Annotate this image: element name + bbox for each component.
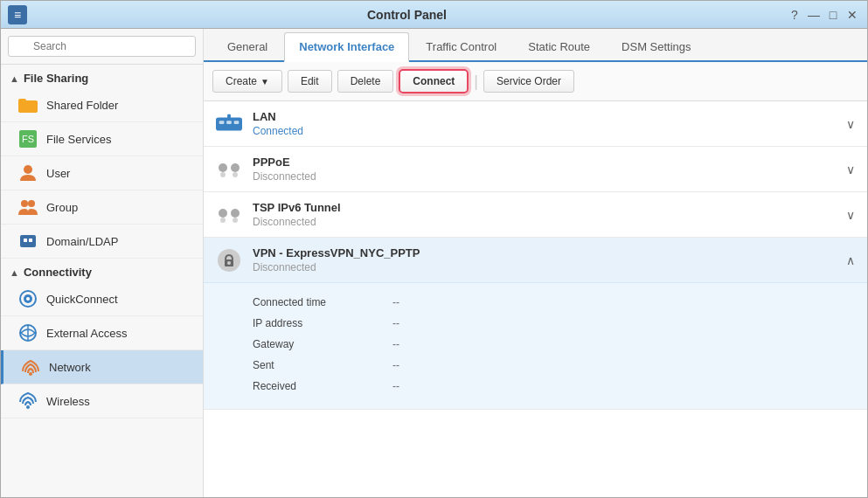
tab-traffic-control[interactable]: Traffic Control (411, 32, 511, 60)
network-item-vpn-header[interactable]: VPN - ExpressVPN_NYC_PPTP Disconnected ∧ (204, 238, 867, 282)
quickconnect-icon (18, 289, 38, 308)
sidebar-item-label: QuickConnect (46, 293, 118, 306)
svg-point-27 (231, 209, 240, 218)
tab-network-interface[interactable]: Network Interface (284, 32, 409, 62)
edit-button[interactable]: Edit (288, 70, 332, 93)
network-list: LAN Connected ∨ (204, 101, 867, 497)
svg-point-24 (220, 172, 226, 177)
detail-label: IP address (253, 317, 392, 329)
network-item-lan: LAN Connected ∨ (204, 101, 867, 147)
sidebar-item-label: Network (49, 361, 91, 374)
tab-dsm-settings[interactable]: DSM Settings (607, 32, 705, 60)
svg-point-25 (233, 172, 238, 177)
detail-row-ip-address: IP address -- (253, 313, 850, 334)
section-label: File Sharing (24, 72, 88, 85)
external-access-icon (18, 323, 38, 342)
section-arrow-icon: ▲ (10, 73, 19, 84)
search-box: 🔍 (1, 29, 203, 65)
chevron-up-icon: ∧ (846, 253, 855, 267)
detail-row-gateway: Gateway -- (253, 334, 850, 355)
svg-point-28 (220, 218, 226, 223)
sidebar-section-file-sharing[interactable]: ▲ File Sharing (1, 65, 203, 88)
sidebar-item-domain[interactable]: Domain/LDAP (1, 225, 203, 259)
vpn-details: Connected time -- IP address -- Gateway … (204, 282, 867, 409)
svg-point-12 (26, 297, 30, 301)
folder-icon (18, 95, 38, 114)
tab-static-route[interactable]: Static Route (513, 32, 605, 60)
network-info-vpn: VPN - ExpressVPN_NYC_PPTP Disconnected (253, 246, 846, 273)
help-button[interactable]: ? (787, 7, 802, 23)
svg-point-26 (219, 209, 227, 218)
sidebar-item-file-services[interactable]: FS File Services (1, 122, 203, 156)
sidebar-item-shared-folder[interactable]: Shared Folder (1, 88, 203, 122)
chevron-down-icon: ∨ (846, 163, 855, 176)
window-title: Control Panel (27, 8, 787, 22)
svg-rect-7 (20, 235, 36, 247)
chevron-down-icon: ∨ (846, 208, 855, 222)
detail-value: -- (392, 359, 399, 371)
toolbar-separator: | (474, 73, 478, 91)
vpn-icon (216, 247, 242, 273)
connect-button[interactable]: Connect (399, 69, 469, 93)
sidebar-item-label: File Services (46, 133, 111, 146)
network-info-tsp: TSP IPv6 Tunnel Disconnected (253, 201, 846, 228)
svg-point-15 (29, 372, 32, 376)
svg-text:FS: FS (22, 134, 34, 144)
user-icon (18, 163, 38, 183)
tabs-bar: General Network Interface Traffic Contro… (204, 29, 867, 62)
content-area: General Network Interface Traffic Contro… (204, 29, 867, 497)
network-item-tsp: TSP IPv6 Tunnel Disconnected ∨ (204, 192, 867, 238)
network-status: Disconnected (253, 216, 846, 228)
network-status: Connected (253, 125, 846, 137)
detail-value: -- (392, 296, 399, 308)
sidebar-item-label: Shared Folder (46, 99, 118, 112)
sidebar-item-quickconnect[interactable]: QuickConnect (1, 282, 203, 316)
detail-label: Received (253, 380, 392, 392)
network-item-pppoe: PPPoE Disconnected ∨ (204, 147, 867, 192)
minimize-button[interactable]: — (806, 7, 822, 23)
toolbar: Create ▼ Edit Delete Connect | Service O… (204, 62, 867, 101)
network-name: TSP IPv6 Tunnel (253, 201, 846, 214)
delete-button[interactable]: Delete (337, 70, 394, 93)
network-item-pppoe-header[interactable]: PPPoE Disconnected ∨ (204, 147, 867, 191)
network-item-lan-header[interactable]: LAN Connected ∨ (204, 101, 867, 146)
wireless-icon (18, 391, 38, 411)
sidebar-item-group[interactable]: Group (1, 190, 203, 225)
sidebar-item-wireless[interactable]: Wireless (1, 384, 203, 418)
network-item-vpn: VPN - ExpressVPN_NYC_PPTP Disconnected ∧… (204, 238, 867, 410)
sidebar-item-label: External Access (46, 327, 128, 340)
svg-point-5 (21, 200, 28, 207)
service-order-button[interactable]: Service Order (483, 70, 574, 93)
create-button[interactable]: Create ▼ (212, 70, 282, 93)
close-button[interactable]: ✕ (844, 7, 860, 23)
search-wrapper: 🔍 (8, 36, 196, 57)
detail-label: Sent (253, 359, 392, 371)
svg-rect-1 (18, 99, 26, 104)
detail-label: Gateway (253, 338, 392, 350)
tab-general[interactable]: General (212, 32, 282, 60)
svg-rect-8 (24, 239, 27, 242)
sidebar-item-external-access[interactable]: External Access (1, 316, 203, 350)
sidebar-section-connectivity[interactable]: ▲ Connectivity (1, 259, 203, 282)
sidebar-item-user[interactable]: User (1, 156, 203, 190)
detail-label: Connected time (253, 296, 392, 308)
pppoe-icon (216, 156, 242, 183)
sidebar-item-label: Wireless (46, 395, 90, 408)
sidebar-item-network[interactable]: Network (1, 350, 203, 384)
svg-rect-18 (219, 121, 225, 124)
titlebar: Control Panel ? — □ ✕ (1, 1, 867, 29)
detail-row-connected-time: Connected time -- (253, 292, 850, 313)
svg-point-29 (233, 218, 238, 223)
search-input[interactable] (8, 36, 196, 57)
chevron-down-icon: ∨ (846, 117, 855, 131)
network-name: VPN - ExpressVPN_NYC_PPTP (253, 246, 846, 259)
svg-point-32 (227, 261, 231, 265)
svg-rect-20 (234, 121, 240, 124)
window: Control Panel ? — □ ✕ 🔍 ▲ File Sharing (0, 0, 868, 498)
detail-value: -- (392, 317, 399, 329)
maximize-button[interactable]: □ (825, 7, 841, 23)
network-status: Disconnected (253, 170, 846, 183)
network-item-tsp-header[interactable]: TSP IPv6 Tunnel Disconnected ∨ (204, 192, 867, 237)
svg-rect-9 (29, 239, 32, 242)
file-services-icon: FS (18, 129, 38, 149)
